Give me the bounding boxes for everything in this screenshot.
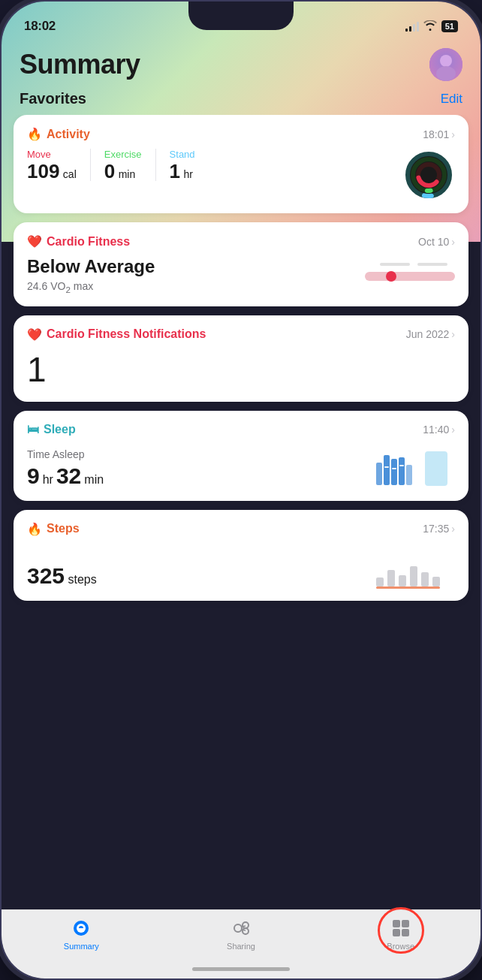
wifi-icon	[423, 20, 437, 33]
cardio-text: Below Average 24.6 VO2 max	[27, 256, 155, 294]
svg-rect-29	[376, 586, 440, 589]
favorites-title: Favorites	[20, 90, 86, 107]
activity-card-header: 🔥 Activity 18:01 ›	[27, 127, 455, 141]
sleep-info: Time Asleep 9 hr 32 min	[27, 448, 104, 489]
svg-point-33	[243, 928, 249, 934]
svg-rect-24	[387, 570, 395, 586]
avatar[interactable]	[429, 48, 462, 81]
svg-rect-27	[421, 572, 429, 586]
exercise-label: Exercise	[104, 149, 142, 160]
steps-content: 325 steps	[27, 544, 455, 589]
cardio-fitness-card[interactable]: ❤️ Cardio Fitness Oct 10 › Below Average…	[14, 222, 468, 306]
cardio-fitness-time: Oct 10 ›	[418, 236, 455, 248]
phone-frame: 18:02 51 Summar	[0, 0, 482, 980]
cardio-notif-value: 1	[27, 349, 455, 390]
svg-rect-36	[393, 920, 400, 927]
heart-icon: ❤️	[27, 234, 42, 249]
steps-chart	[372, 544, 455, 589]
svg-rect-14	[376, 463, 382, 485]
tab-sharing[interactable]: Sharing	[161, 918, 321, 951]
cardio-notifications-card[interactable]: ❤️ Cardio Fitness Notifications Jun 2022…	[14, 315, 468, 402]
sleep-duration: 9 hr 32 min	[27, 463, 104, 489]
svg-rect-13	[417, 263, 447, 266]
svg-rect-19	[384, 466, 389, 468]
svg-line-34	[242, 926, 246, 927]
fire-icon: 🔥	[27, 127, 42, 141]
tab-summary[interactable]: Summary	[2, 918, 161, 951]
steps-value-group: 325 steps	[27, 563, 97, 589]
steps-title: 🔥 Steps	[27, 522, 80, 536]
chevron-icon-5: ›	[451, 523, 455, 535]
cardio-notif-header: ❤️ Cardio Fitness Notifications Jun 2022…	[27, 327, 455, 342]
svg-rect-37	[402, 920, 409, 927]
sleep-time-header: 11:40 ›	[423, 424, 455, 436]
chevron-icon: ›	[451, 128, 455, 140]
svg-rect-10	[365, 272, 455, 281]
cardio-content: Below Average 24.6 VO2 max	[27, 256, 455, 294]
signal-bar-4	[417, 22, 419, 32]
steps-time-header: 17:35 ›	[423, 523, 455, 535]
svg-rect-38	[393, 929, 400, 936]
svg-rect-28	[432, 577, 440, 586]
cardio-sub-label: 24.6 VO2 max	[27, 280, 155, 294]
svg-rect-16	[391, 459, 397, 485]
exercise-value: 0 min	[104, 161, 142, 181]
signal-bar-3	[413, 24, 415, 32]
activity-time: 18:01 ›	[423, 128, 455, 140]
svg-point-1	[440, 55, 452, 67]
sleep-title: 🛏 Sleep	[27, 423, 76, 436]
svg-rect-18	[406, 465, 412, 485]
phone-content: 18:02 51 Summar	[2, 2, 480, 978]
status-time: 18:02	[24, 19, 56, 34]
sleep-header: 🛏 Sleep 11:40 ›	[27, 423, 455, 436]
svg-point-2	[436, 66, 456, 81]
svg-rect-15	[384, 455, 390, 485]
steps-header: 🔥 Steps 17:35 ›	[27, 522, 455, 536]
sleep-card[interactable]: 🛏 Sleep 11:40 › Time Asleep 9 hr 3	[14, 411, 468, 501]
summary-icon	[71, 918, 92, 939]
svg-rect-21	[399, 465, 404, 466]
notch	[188, 2, 294, 30]
svg-point-11	[386, 271, 396, 282]
sharing-icon	[230, 918, 252, 939]
move-metric: Move 109 cal	[27, 149, 91, 181]
signal-bars-icon	[405, 21, 419, 32]
section-header: Favorites Edit	[2, 87, 480, 115]
tab-bar: Summary Sharing	[2, 909, 480, 978]
chevron-icon-4: ›	[451, 424, 455, 436]
svg-rect-17	[399, 457, 405, 485]
svg-rect-22	[425, 451, 447, 486]
edit-button[interactable]: Edit	[441, 92, 462, 107]
cardio-main-label: Below Average	[27, 256, 155, 277]
sharing-tab-label: Sharing	[227, 942, 255, 951]
page-header: Summary	[2, 41, 480, 87]
heart-icon-2: ❤️	[27, 327, 42, 342]
steps-card[interactable]: 🔥 Steps 17:35 › 325 steps	[14, 510, 468, 601]
fire-icon-2: 🔥	[27, 522, 42, 536]
svg-point-32	[243, 922, 249, 928]
sleep-chart	[372, 444, 455, 489]
page-title: Summary	[20, 49, 140, 80]
cardio-notif-time: Jun 2022 ›	[406, 328, 455, 340]
activity-card[interactable]: 🔥 Activity 18:01 › Move 109 cal	[14, 115, 468, 213]
browse-tab-label: Browse	[387, 942, 414, 951]
cardio-chart	[365, 257, 455, 294]
svg-rect-20	[392, 468, 396, 469]
move-value: 109 cal	[27, 161, 77, 181]
tab-browse[interactable]: Browse	[321, 918, 480, 951]
svg-rect-39	[402, 929, 409, 936]
svg-point-31	[234, 924, 242, 932]
activity-ring	[402, 149, 455, 201]
cardio-fitness-title: ❤️ Cardio Fitness	[27, 234, 130, 249]
move-label: Move	[27, 149, 77, 160]
chevron-icon-3: ›	[451, 328, 455, 340]
bed-icon: 🛏	[27, 423, 39, 436]
cardio-fitness-header: ❤️ Cardio Fitness Oct 10 ›	[27, 234, 455, 249]
cards-area: 🔥 Activity 18:01 › Move 109 cal	[2, 115, 480, 909]
activity-title: 🔥 Activity	[27, 127, 90, 141]
stand-label: Stand	[170, 149, 195, 160]
svg-line-35	[242, 930, 246, 930]
stand-metric: Stand 1 hr	[170, 149, 209, 181]
signal-bar-2	[409, 26, 411, 32]
svg-rect-23	[376, 577, 384, 586]
